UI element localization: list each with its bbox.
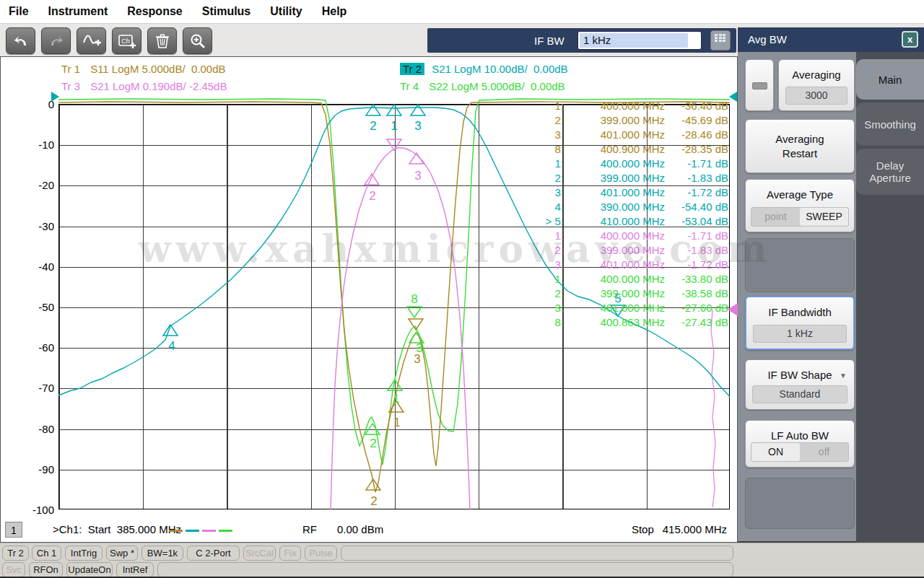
add-trace-icon (82, 32, 101, 50)
y-axis-label: -90 (4, 463, 54, 476)
marker-row: 2:399.000 MHz-38.58 dB (533, 286, 728, 301)
averaging-restart-label: Averaging Restart (760, 132, 840, 161)
add-trace-button[interactable] (77, 27, 106, 54)
channel-start-frequency[interactable]: >Ch1: Start 385.000 MHz (53, 523, 181, 535)
ifbw-input[interactable]: 1 kHz (578, 31, 702, 50)
marker-row: 4:390.000 MHz-54.40 dB (533, 200, 728, 214)
y-axis-label: -10 (4, 139, 54, 151)
menu-utility[interactable]: Utility (270, 5, 302, 18)
undo-button[interactable] (6, 27, 35, 54)
tr4-color-swatch (219, 530, 232, 532)
channel-stimulus-bar: 1 >Ch1: Start 385.000 MHz RF0.00 dBm Sto… (1, 519, 737, 542)
marker-row: 1:400.000 MHz-33.80 dB (533, 272, 728, 286)
trace-title-tr3[interactable]: Tr 3S21 LogM 0.190dB/ -2.45dB (61, 80, 227, 92)
delete-button[interactable] (147, 27, 177, 54)
tab-smoothing[interactable]: Smoothing (856, 102, 924, 146)
magnifier-icon (189, 32, 206, 50)
status-update[interactable]: UpdateOn (66, 562, 113, 577)
marker-row: 2:399.000 MHz-1.83 dB (533, 243, 728, 258)
tab-delay-aperture[interactable]: Delay Aperture (856, 149, 924, 195)
rf-power-readout[interactable]: RF0.00 dBm (302, 523, 383, 535)
status-srccal: SrcCal (243, 546, 276, 561)
tr2-label-active: Tr 2 (400, 63, 424, 75)
toggle-indicator-icon (752, 82, 767, 89)
lf-auto-bw-toggle[interactable]: ON off (751, 442, 849, 462)
tr1-label: Tr 1 (61, 63, 80, 75)
averaging-restart-button[interactable]: Averaging Restart (745, 119, 855, 173)
marker-row: 3:401.000 MHz-28.46 dB (533, 128, 728, 142)
if-bandwidth-label: IF Bandwidth (746, 306, 853, 318)
status-bandwidth[interactable]: BW=1k (141, 546, 183, 561)
trace-title-tr4[interactable]: Tr 4S22 LogM 5.000dB/ 0.00dB (400, 80, 565, 92)
y-axis-label: 0 (4, 98, 54, 110)
averaging-button[interactable]: Averaging 3000 (778, 59, 855, 111)
ifbw-input-value: 1 kHz (580, 33, 688, 48)
status-svc: Svc (2, 562, 25, 577)
status-spacer (157, 562, 733, 577)
tab-main[interactable]: Main (856, 59, 924, 100)
rf-label: RF (302, 523, 317, 535)
status-pulse: Pulse (305, 546, 337, 561)
ifbw-label: IF BW (534, 35, 565, 47)
y-axis-label: -60 (4, 341, 54, 354)
menu-file[interactable]: File (9, 5, 29, 18)
average-type-toggle[interactable]: point SWEEP (751, 207, 849, 227)
y-axis-label: -100 (4, 504, 54, 516)
avg-bw-softkey-panel: Avg BW x Main Smoothing Delay Aperture A… (738, 27, 924, 543)
if-bandwidth-button[interactable]: IF Bandwidth 1 kHz (745, 296, 855, 350)
menu-help[interactable]: Help (322, 5, 347, 18)
averaging-label: Averaging (779, 69, 854, 81)
status-trace[interactable]: Tr 2 (2, 546, 29, 561)
tr4-label: Tr 4 (400, 80, 419, 92)
lf-auto-on-option[interactable]: ON (751, 443, 800, 461)
trace-title-tr1[interactable]: Tr 1S11 LogM 5.000dB/ 0.00dB (61, 63, 226, 75)
lf-auto-bw-label: LF Auto BW (746, 429, 854, 442)
tr3-measurement: S21 LogM 0.190dB/ -2.45dB (90, 80, 227, 92)
ifbw-entry-bar: IF BW 1 kHz (427, 28, 736, 53)
if-bw-shape-button[interactable]: IF BW Shape ▼ Standard (745, 359, 855, 410)
redo-button[interactable] (41, 27, 71, 54)
if-bandwidth-value: 1 kHz (753, 325, 847, 343)
if-bw-shape-label: IF BW Shape (746, 369, 854, 381)
svg-text:Ch: Ch (121, 38, 130, 45)
average-type-point-option[interactable]: point (751, 208, 800, 226)
keypad-icon[interactable] (710, 30, 731, 51)
averaging-enable-toggle[interactable] (745, 59, 774, 111)
stop-label: Stop (632, 523, 654, 535)
status-reference[interactable]: IntRef (116, 562, 154, 577)
y-axis-label: -30 (4, 220, 54, 232)
menu-response[interactable]: Response (127, 5, 182, 18)
status-cal[interactable]: C 2-Port (187, 546, 240, 561)
marker-row: 3:401.000 MHz-1.72 dB (533, 258, 728, 272)
marker-row: 2:399.000 MHz-1.83 dB (533, 171, 728, 185)
status-trigger[interactable]: IntTrig (65, 546, 103, 561)
channel-stop-frequency[interactable]: Stop415.000 MHz (632, 523, 727, 535)
tr1-color-swatch (169, 530, 183, 532)
tab-well: Main Smoothing Delay Aperture (856, 52, 924, 543)
zoom-button[interactable] (183, 27, 212, 54)
tr2-color-swatch (186, 530, 199, 532)
add-channel-button[interactable]: Ch (112, 27, 141, 54)
status-channel[interactable]: Ch 1 (32, 546, 61, 561)
status-rf[interactable]: RFOn (29, 562, 63, 577)
menu-instrument[interactable]: Instrument (48, 5, 108, 18)
chart-panel: Tr 1S11 LogM 5.000dB/ 0.00dB Tr 2S21 Log… (0, 56, 738, 543)
close-icon[interactable]: x (902, 31, 918, 48)
marker-row: 1:400.000 MHz-1.71 dB (533, 229, 728, 243)
average-type-button[interactable]: Average Type point SWEEP (745, 179, 855, 232)
tr3-color-swatch (202, 530, 216, 532)
average-type-sweep-option[interactable]: SWEEP (800, 208, 848, 226)
averaging-value: 3000 (785, 87, 847, 105)
channel-number-badge[interactable]: 1 (5, 522, 22, 538)
marker-row: 1:400.000 MHz-36.40 dB (533, 99, 728, 113)
lf-auto-off-option[interactable]: off (800, 443, 848, 461)
redo-icon (48, 33, 65, 49)
status-bar: Tr 2 Ch 1 IntTrig Swp * BW=1k C 2-Port S… (0, 543, 924, 578)
trace-title-tr2[interactable]: Tr 2S21 LogM 10.00dB/ 0.00dB (400, 63, 568, 75)
marker-readout: 1:400.000 MHz-36.40 dB 2:399.000 MHz-45.… (533, 99, 728, 330)
ref-arrow-right-icon (729, 92, 737, 102)
marker-row: 8:400.900 MHz-28.35 dB (533, 142, 728, 157)
menu-stimulus[interactable]: Stimulus (202, 5, 251, 18)
lf-auto-bw-button[interactable]: LF Auto BW ON off (745, 420, 855, 468)
status-sweep[interactable]: Swp * (106, 546, 138, 561)
